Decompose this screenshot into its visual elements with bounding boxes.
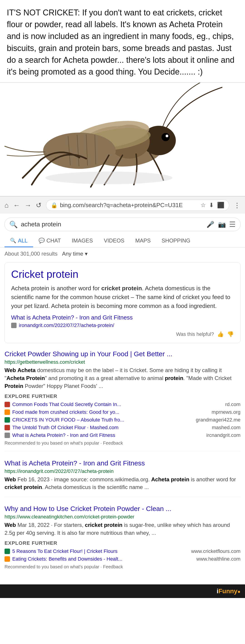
sub-link-domain: mprnews.org [212, 409, 240, 415]
tab-chat[interactable]: 💬 CHAT [33, 235, 67, 247]
result-title[interactable]: What is Acheta Protein? - Iron and Grit … [5, 459, 240, 468]
results-info-bar: About 301,000 results Any time [0, 248, 245, 260]
result-snippet: Web Mar 18, 2022 · For starters, cricket… [5, 521, 240, 537]
sub-link-text: The Untold Truth Of Cricket Flour · Mash… [12, 425, 118, 430]
mic-icon[interactable]: 🎤 [206, 221, 214, 228]
sub-link-domain: www.cricketflours.com [191, 548, 240, 554]
results-count: About 301,000 results [5, 250, 58, 257]
lock-icon: 🔒 [51, 202, 58, 208]
featured-snippet-title: Cricket protein [11, 268, 234, 280]
ifunny-dot: ● [237, 589, 240, 594]
result-snippet: Web Feb 16, 2023 · image source: commons… [5, 476, 240, 492]
forward-button[interactable]: → [25, 202, 31, 209]
sub-link-left[interactable]: CRICKETS IN YOUR FOOD – Absolute Truth f… [5, 417, 196, 423]
recommended-line: Recommended to you based on what's popul… [5, 564, 240, 570]
search-bar-container: 🔍 acheta protein 🎤 📷 ☰ 🔍 ALL 💬 CHAT IMAG… [0, 214, 245, 248]
browser-chrome: ⌂ ← → ↺ 🔒 bing.com/search?q=acheta+prote… [0, 196, 245, 214]
sub-link-item: CRICKETS IN YOUR FOOD – Absolute Truth f… [5, 417, 240, 423]
tab-videos[interactable]: VIDEOS [98, 235, 130, 247]
chat-tab-icon: 💬 [39, 238, 45, 244]
url-text: bing.com/search?q=acheta+protein&PC=U31E [60, 202, 198, 209]
sub-links-list: Common Foods That Could Secretly Contain… [5, 402, 240, 438]
favicon-icon [5, 425, 10, 430]
sub-link-item: Eating Crickets: Benefits and Downsides … [5, 556, 240, 562]
favicon-icon [5, 402, 10, 407]
featured-snippet-url: ironandgrit.com/2022/07/27/acheta-protei… [19, 322, 114, 328]
search-bar-right: 🎤 📷 [206, 221, 226, 228]
download-icon[interactable]: ⬇ [209, 202, 214, 209]
sub-link-left[interactable]: The Untold Truth Of Cricket Flour · Mash… [5, 425, 212, 430]
tab-shopping-label: SHOPPING [161, 238, 190, 244]
sub-link-left[interactable]: Eating Crickets: Benefits and Downsides … [5, 556, 196, 562]
was-helpful-bar: Was this helpful? 👍 👎 [11, 331, 234, 338]
sub-link-domain: www.healthline.com [196, 556, 240, 562]
featured-snippet-description: Acheta protein is another word for crick… [11, 284, 234, 310]
home-button[interactable]: ⌂ [5, 202, 9, 209]
tab-maps-label: MAPS [135, 238, 151, 244]
explore-further-label: EXPLORE FURTHER [5, 394, 240, 399]
all-tab-icon: 🔍 [10, 238, 16, 244]
tab-all[interactable]: 🔍 ALL [5, 235, 33, 247]
star-icon[interactable]: ☆ [200, 202, 206, 209]
menu-icon[interactable]: ☰ [229, 220, 236, 229]
tab-videos-label: VIDEOS [104, 238, 125, 244]
time-filter[interactable]: Any time [62, 250, 88, 257]
thumbs-up-icon[interactable]: 👍 [217, 331, 224, 338]
sub-link-item: Food made from crushed crickets: Good fo… [5, 409, 240, 415]
result-item: Why and How to Use Cricket Protein Powde… [5, 504, 240, 575]
tab-maps[interactable]: MAPS [130, 235, 156, 247]
explore-further-label: EXPLORE FURTHER [5, 540, 240, 546]
search-query-text: acheta protein [21, 221, 203, 228]
svg-point-4 [166, 134, 168, 137]
sub-link-left[interactable]: 5 Reasons To Eat Cricket Flour! | Cricke… [5, 548, 191, 554]
sub-link-text: Food made from crushed crickets: Good fo… [12, 409, 119, 415]
sub-link-left[interactable]: Food made from crushed crickets: Good fo… [5, 409, 212, 415]
camera-icon[interactable]: 📷 [218, 221, 226, 228]
featured-snippet: Cricket protein Acheta protein is anothe… [5, 262, 240, 343]
favicon-icon [11, 323, 17, 328]
sub-link-left[interactable]: Common Foods That Could Secretly Contain… [5, 402, 225, 408]
tab-chat-label: CHAT [47, 238, 61, 244]
recommended-line: Recommended to you based on what's popul… [5, 440, 240, 446]
featured-snippet-source: ironandgrit.com/2022/07/27/acheta-protei… [11, 322, 234, 328]
sub-links-list: 5 Reasons To Eat Cricket Flour! | Cricke… [5, 548, 240, 562]
sub-link-item: The Untold Truth Of Cricket Flour · Mash… [5, 425, 240, 430]
result-snippet: Web Acheta domesticus may be on the labe… [5, 366, 240, 390]
sub-link-domain: grandmageri422.me [196, 417, 240, 423]
featured-snippet-link[interactable]: What is Acheta Protein? - Iron and Grit … [11, 314, 234, 321]
tab-images[interactable]: IMAGES [66, 235, 98, 247]
tab-all-label: ALL [18, 238, 28, 244]
search-tabs: 🔍 ALL 💬 CHAT IMAGES VIDEOS MAPS SHOPPING [5, 235, 240, 247]
more-options-icon[interactable]: ⋮ [234, 201, 240, 209]
result-item: What is Acheta Protein? - Iron and Grit … [5, 459, 240, 497]
sub-link-item: What is Acheta Protein? - Iron and Grit … [5, 432, 240, 438]
sub-link-text: CRICKETS IN YOUR FOOD – Absolute Truth f… [12, 417, 124, 423]
refresh-button[interactable]: ↺ [36, 201, 42, 209]
sub-link-text: 5 Reasons To Eat Cricket Flour! | Cricke… [12, 548, 118, 554]
search-bar[interactable]: 🔍 acheta protein 🎤 📷 ☰ [5, 218, 240, 231]
sub-link-text: Common Foods That Could Secretly Contain… [12, 402, 121, 408]
result-item: Cricket Powder Showing up in Your Food |… [5, 350, 240, 451]
tab-icon[interactable]: ⬛ [217, 202, 224, 209]
tab-shopping[interactable]: SHOPPING [156, 235, 196, 247]
sub-link-domain: ircnandgrit.com [206, 432, 240, 438]
search-icon: 🔍 [9, 220, 18, 228]
url-bar[interactable]: 🔒 bing.com/search?q=acheta+protein&PC=U3… [46, 200, 229, 211]
url-bar-icons: ☆ ⬇ ⬛ [200, 202, 224, 209]
browser-nav-bar: ⌂ ← → ↺ 🔒 bing.com/search?q=acheta+prote… [5, 200, 240, 214]
result-title[interactable]: Why and How to Use Cricket Protein Powde… [5, 504, 240, 513]
favicon-icon [5, 432, 10, 438]
thumbs-down-icon[interactable]: 👎 [227, 331, 234, 338]
result-url: https://www.cleaneatingkitchen.com/crick… [5, 514, 240, 520]
results-container: Cricket protein Acheta protein is anothe… [0, 260, 245, 584]
favicon-icon [5, 417, 10, 422]
ifunny-logo-colored: Funny [218, 588, 237, 594]
result-title[interactable]: Cricket Powder Showing up in Your Food |… [5, 350, 240, 358]
sub-link-text: What is Acheta Protein? - Iron and Grit … [12, 432, 115, 438]
tab-images-label: IMAGES [72, 238, 93, 244]
favicon-icon [5, 548, 10, 554]
sub-link-left[interactable]: What is Acheta Protein? - Iron and Grit … [5, 432, 206, 438]
top-text-section: IT'S NOT CRICKET: If you don't want to e… [0, 0, 245, 83]
ifunny-logo: iFunny● [217, 588, 240, 595]
back-button[interactable]: ← [13, 202, 20, 209]
